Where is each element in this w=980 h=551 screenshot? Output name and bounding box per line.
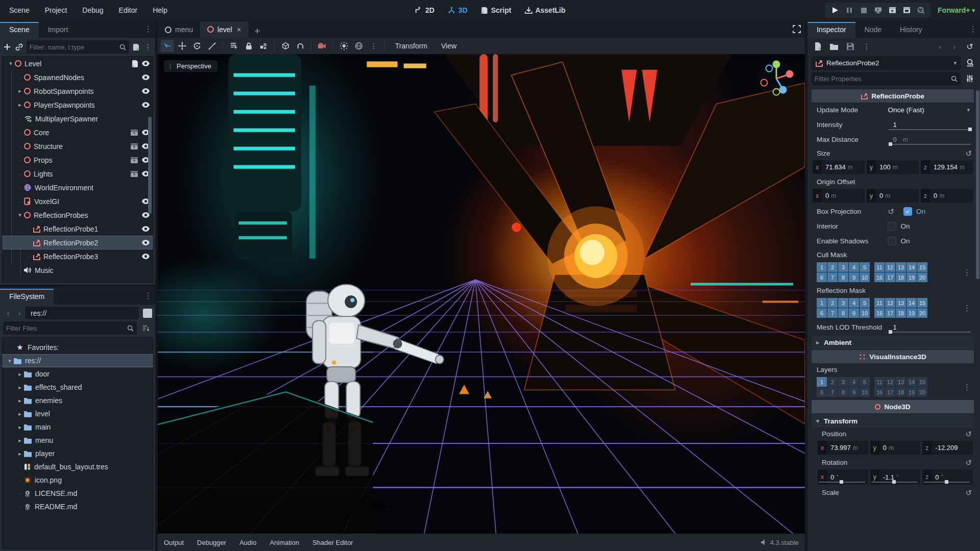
tree-row-multiplayerspawner[interactable]: –MultiplayerSpawner [3,112,153,126]
fs-row-default-bus-layout-tres[interactable]: –default_bus_layout.tres [3,460,153,473]
section-reflection-probe[interactable]: ReflectionProbe [812,89,974,103]
mask-bit-18[interactable]: 18 [896,272,906,282]
eye-badge[interactable] [142,74,150,80]
mode-3d-button[interactable]: 3D [448,6,468,14]
mask-bit-17[interactable]: 17 [885,272,895,282]
play-custom-scene-button[interactable] [900,4,913,17]
mask-bit-20[interactable]: 20 [917,387,927,397]
section-ambient[interactable]: ▸ Ambient [812,336,974,349]
add-node-button[interactable] [3,41,12,53]
mask-bit-16[interactable]: 16 [874,272,885,282]
sort-files-icon[interactable] [140,322,152,334]
mode-script-button[interactable]: Script [481,6,511,14]
toggle-split-mode-icon[interactable] [143,309,152,318]
more-icon[interactable]: ⋮ [963,268,971,277]
section-node3d[interactable]: Node3D [812,400,974,413]
collapse-arrow-icon[interactable]: ▾ [16,212,24,218]
tree-row-level[interactable]: ▾Level [3,57,153,70]
menu-debug[interactable]: Debug [82,6,103,14]
mask-bit-13[interactable]: 13 [896,298,906,308]
scene-tab-level[interactable]: level × [200,21,249,38]
more-icon[interactable]: ⋮ [963,304,971,313]
update-mode-dropdown[interactable]: Once (Fast) ▾ [888,106,974,114]
fs-row-res-[interactable]: ▾res:// [3,354,153,367]
scene-tab-menu[interactable]: menu [158,22,200,38]
tab-shader-editor[interactable]: Shader Editor [312,539,353,546]
mesh-lod-slider[interactable]: 1 [888,320,974,335]
mask-bit-14[interactable]: 14 [906,298,917,308]
eye-badge[interactable] [142,102,150,108]
rotate-tool-button[interactable] [190,40,204,52]
eye-badge[interactable] [142,240,150,245]
scene-tree[interactable]: ▾Level–SpawnedNodes▸RobotSpawnpoints▸Pla… [2,56,153,283]
expand-arrow-icon[interactable]: ▸ [16,397,24,404]
eye-badge[interactable] [142,88,150,94]
tree-row-voxelgi[interactable]: –VoxelGI [3,194,153,208]
rotation-z-field[interactable]: z0° [922,469,973,485]
position-z-field[interactable]: z-12.209 [922,441,973,455]
reset-icon[interactable]: ↺ [888,208,894,215]
tree-row-reflectionprobe2[interactable]: –ReflectionProbe2 [3,236,153,249]
tab-output[interactable]: Output [164,539,184,546]
extra-settings-icon[interactable] [964,72,976,85]
perspective-menu[interactable]: ⋮ Perspective [164,60,217,72]
snap-button[interactable] [279,40,292,52]
mask-bit-15[interactable]: 15 [917,262,927,272]
mask-bit-12[interactable]: 12 [885,262,895,272]
expand-arrow-icon[interactable]: ▸ [16,371,24,378]
mask-bit-8[interactable]: 8 [838,272,848,282]
size-z-field[interactable]: z129.154m [921,160,973,174]
rotation-x-field[interactable]: x0° [818,469,868,485]
history-back-icon[interactable]: ‹ [935,42,945,51]
collapse-arrow-icon[interactable]: ▾ [7,60,15,67]
expand-arrow-icon[interactable]: ▸ [16,424,24,431]
more-icon[interactable]: ⋮ [861,40,873,53]
fs-row-player[interactable]: ▸player [3,447,153,460]
mask-bit-13[interactable]: 13 [896,377,906,387]
more-icon[interactable]: ⋮ [143,41,152,53]
mask-bit-12[interactable]: 12 [885,377,895,387]
menu-scene[interactable]: Scene [9,6,30,14]
mask-bit-5[interactable]: 5 [860,298,870,308]
more-icon[interactable]: ⋮ [963,383,971,392]
eye-badge[interactable] [142,226,150,232]
mode-assetlib-button[interactable]: AssetLib [525,6,566,14]
mask-bit-2[interactable]: 2 [827,377,838,387]
mask-bit-14[interactable]: 14 [906,377,917,387]
mask-bit-1[interactable]: 1 [817,262,827,272]
fs-row-license-md[interactable]: –TXTLICENSE.md [3,487,153,500]
tree-row-spawnednodes[interactable]: –SpawnedNodes [3,70,153,84]
fs-row-level[interactable]: ▸level [3,407,153,420]
instance-scene-button[interactable] [15,41,23,53]
view-axis-gizmo[interactable] [757,59,796,98]
mask-bit-5[interactable]: 5 [860,262,870,272]
fs-row-door[interactable]: ▸door [3,367,153,381]
mask-bit-20[interactable]: 20 [917,308,927,318]
reset-icon[interactable]: ↺ [965,459,972,466]
scene-tree-scrollbar[interactable] [148,117,152,214]
max-distance-slider[interactable]: 0 m [888,132,974,147]
tree-row-core[interactable]: –Core [3,126,153,139]
mask-bit-18[interactable]: 18 [896,387,906,397]
new-resource-button[interactable] [812,40,824,53]
inspector-scrollbar[interactable] [976,90,979,279]
transform-menu[interactable]: Transform [389,42,433,50]
mask-bit-3[interactable]: 3 [838,298,848,308]
interior-checkbox[interactable] [888,222,896,231]
mask-bit-14[interactable]: 14 [906,262,917,272]
more-icon[interactable]: ⋮ [969,24,977,34]
collapse-arrow-icon[interactable]: ▾ [6,358,14,364]
tree-row-robotspawnpoints[interactable]: ▸RobotSpawnpoints [3,84,153,98]
mask-bit-16[interactable]: 16 [874,308,885,318]
tab-animation[interactable]: Animation [270,539,299,546]
tree-row-reflectionprobes[interactable]: ▾ReflectionProbes [3,208,153,222]
mask-bit-3[interactable]: 3 [838,262,848,272]
more-icon[interactable]: ⋮ [144,291,152,300]
fs-row-effects-shared[interactable]: ▸effects_shared [3,381,153,394]
forward-icon[interactable]: › [14,309,24,317]
favorites-row[interactable]: ★Favorites: [3,341,153,354]
move-tool-button[interactable] [176,40,189,52]
tree-row-worldenvironment[interactable]: –WorldEnvironment [3,181,153,194]
tab-import[interactable]: Import [39,22,78,38]
mask-bit-3[interactable]: 3 [838,377,848,387]
